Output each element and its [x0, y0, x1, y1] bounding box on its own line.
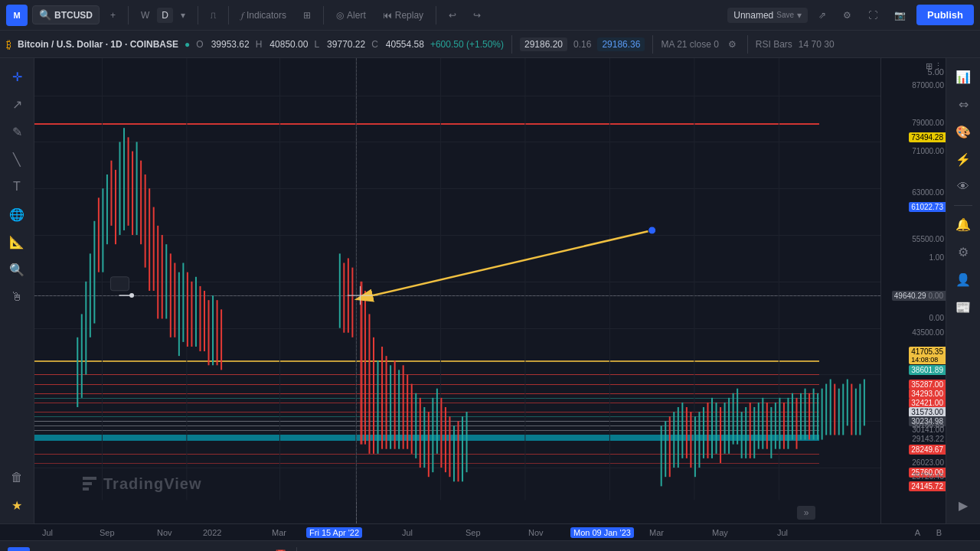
symbol-search[interactable]: 🔍 BTCUSD: [32, 5, 100, 24]
ma-settings-button[interactable]: ⚙: [725, 38, 740, 51]
grid-line: [34, 328, 880, 329]
svg-rect-21: [128, 137, 129, 226]
calendar-button[interactable]: 📅: [270, 547, 292, 552]
svg-rect-27: [153, 207, 155, 291]
alert-button[interactable]: ◎ Alert: [330, 7, 372, 24]
period-ytd[interactable]: YTD: [139, 547, 168, 552]
chart-type-button[interactable]: ⎍: [204, 7, 222, 24]
replay-icon: ⏮: [383, 10, 392, 21]
svg-rect-121: [859, 384, 861, 435]
tab-trading-panel[interactable]: Trading Panel: [535, 546, 610, 552]
notification-icon[interactable]: 🔔: [951, 212, 975, 236]
news-icon[interactable]: 📰: [951, 295, 975, 319]
collapse-bottom-button[interactable]: ⌃: [929, 546, 949, 552]
zoom-tool[interactable]: 🔍: [5, 257, 29, 282]
svg-rect-39: [204, 291, 205, 351]
layout-name[interactable]: Unnamed Save ▾: [727, 8, 808, 23]
magnet-tool[interactable]: 🖱: [5, 285, 29, 309]
tab-strategy-tester[interactable]: Strategy Tester: [452, 546, 532, 552]
period-3m[interactable]: 3M: [85, 547, 109, 552]
white-line-3: [34, 430, 819, 431]
screenshot-button[interactable]: 📷: [888, 7, 912, 24]
bottom-sep: [296, 547, 297, 552]
templates-button[interactable]: ⊞: [297, 7, 317, 24]
period-1d[interactable]: 1D: [8, 547, 30, 552]
replay-button[interactable]: ⏮ Replay: [377, 7, 430, 24]
fullscreen-icon: ⛶: [868, 10, 877, 21]
svg-rect-29: [162, 235, 163, 318]
measure-tool[interactable]: 📐: [5, 230, 29, 254]
svg-rect-98: [762, 398, 763, 449]
svg-rect-40: [208, 300, 210, 365]
high-label: H: [256, 39, 263, 50]
separator: [128, 6, 129, 24]
svg-rect-116: [838, 389, 840, 435]
publish-button[interactable]: Publish: [916, 5, 974, 25]
arrow-right-icon[interactable]: ▶: [951, 493, 975, 517]
tab-stock-screener[interactable]: Stock Screener: [302, 546, 383, 552]
undo-button[interactable]: ↩: [443, 7, 462, 24]
low-label: L: [314, 39, 319, 50]
svg-rect-60: [411, 384, 413, 454]
svg-rect-41: [212, 295, 214, 365]
time-jul-mid: Jul: [402, 528, 413, 537]
svg-line-124: [373, 230, 652, 295]
period-6m[interactable]: 6M: [112, 547, 136, 552]
settings-button[interactable]: ⚙: [837, 7, 858, 24]
period-1y[interactable]: 1Y: [171, 547, 193, 552]
svg-rect-96: [753, 407, 755, 458]
color-icon[interactable]: 🎨: [951, 119, 975, 144]
price-79000: 79000.00: [881, 119, 946, 127]
svg-rect-100: [770, 407, 772, 458]
brush-tool[interactable]: ╲: [5, 147, 29, 171]
time-2022: 2022: [203, 528, 221, 537]
price-73494: 73494.28: [909, 132, 946, 142]
measure-icon[interactable]: ⇔: [951, 92, 975, 116]
delete-tool[interactable]: 🗑: [5, 465, 29, 490]
red-line-bottom-1: [34, 454, 819, 455]
expand-bottom-button[interactable]: ⌄: [952, 546, 972, 552]
favorite-tool[interactable]: ★: [5, 493, 29, 517]
cursor-tool[interactable]: ✛: [5, 64, 29, 89]
alert-sidebar-icon[interactable]: ⚡: [951, 147, 975, 171]
tradingview-logo: M: [6, 5, 28, 26]
svg-rect-24: [140, 161, 142, 244]
chart-type-icon[interactable]: 📊: [951, 64, 975, 89]
tab-pine-editor[interactable]: Pine Editor: [386, 546, 449, 552]
redo-button[interactable]: ↪: [467, 7, 487, 24]
green-line-2: [34, 416, 819, 417]
period-5y[interactable]: 5Y: [220, 547, 243, 552]
indicators-icon: 𝑓: [241, 10, 243, 21]
right-sep: [954, 205, 972, 206]
draw-tool[interactable]: ✎: [5, 119, 29, 144]
timeframe-w[interactable]: W: [135, 7, 155, 24]
svg-rect-28: [157, 226, 158, 319]
price-87000: 87000.00: [881, 81, 946, 90]
time-jul-left: Jul: [42, 528, 53, 537]
settings-right-icon[interactable]: ⚙: [951, 240, 975, 264]
low-val: 39770.22: [327, 39, 365, 50]
svg-rect-114: [830, 380, 831, 435]
add-symbol-button[interactable]: +: [104, 7, 122, 24]
timeframe-dropdown[interactable]: ▾: [175, 7, 191, 24]
svg-point-125: [648, 227, 656, 234]
text-tool[interactable]: T: [5, 174, 29, 199]
indicators-button[interactable]: 𝑓 Indicators: [235, 7, 292, 24]
fullscreen-button[interactable]: ⛶: [862, 7, 884, 24]
info-sep2: [652, 35, 653, 54]
period-2y[interactable]: 2Y: [195, 547, 217, 552]
expand-button[interactable]: »: [797, 506, 815, 520]
period-5d[interactable]: 5D: [33, 547, 55, 552]
user-icon[interactable]: 👤: [951, 267, 975, 292]
period-all[interactable]: All: [246, 547, 266, 552]
time-sep-mid: Sep: [466, 528, 481, 537]
eye-icon[interactable]: 👁: [951, 174, 975, 199]
trend-line-tool[interactable]: ↗: [5, 92, 29, 116]
share-button[interactable]: ⇗: [812, 7, 832, 24]
gann-tool[interactable]: 🌐: [5, 202, 29, 227]
templates-icon: ⊞: [303, 10, 311, 21]
chart-main[interactable]: TradingView »: [34, 58, 880, 523]
timeframe-d[interactable]: D: [157, 8, 173, 23]
period-1m[interactable]: 1M: [59, 547, 83, 552]
pair-label: Bitcoin / U.S. Dollar · 1D · COINBASE: [18, 39, 178, 50]
